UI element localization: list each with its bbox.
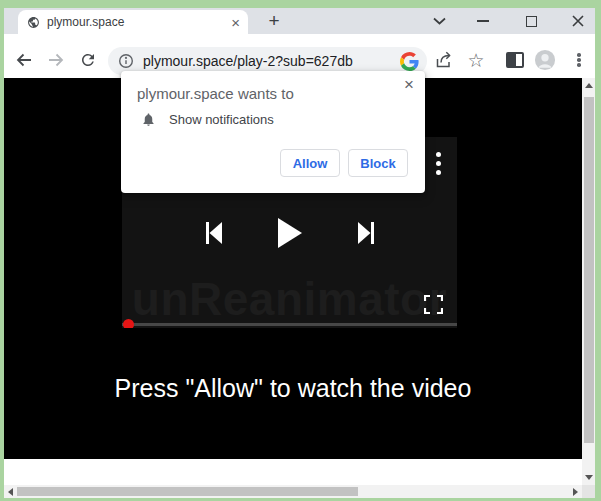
player-watermark: unReanimator: [122, 272, 457, 326]
previous-track-button[interactable]: [206, 222, 222, 244]
window-minimize-button[interactable]: [471, 8, 495, 34]
back-button[interactable]: [12, 48, 36, 72]
scroll-up-icon[interactable]: [585, 83, 593, 88]
player-progress-bar[interactable]: [122, 323, 457, 326]
popup-close-icon[interactable]: ×: [404, 76, 414, 93]
scroll-left-icon[interactable]: [8, 488, 13, 496]
bell-icon: [141, 112, 156, 127]
fullscreen-icon: [424, 295, 443, 314]
url-text[interactable]: plymour.space/play-2?sub=627db: [143, 53, 400, 69]
page-message: Press "Allow" to watch the video: [4, 374, 582, 403]
window-close-button[interactable]: [566, 8, 590, 34]
forward-button[interactable]: [44, 48, 68, 72]
player-progress-handle[interactable]: [123, 319, 134, 328]
scroll-down-icon[interactable]: [585, 475, 593, 480]
window-maximize-button[interactable]: [519, 8, 543, 34]
side-panel-icon: [506, 52, 524, 68]
back-arrow-icon: [15, 51, 33, 69]
block-button[interactable]: Block: [348, 149, 408, 177]
google-g-icon[interactable]: [400, 52, 419, 71]
notification-permission-popup: × plymour.space wants to Show notificati…: [121, 71, 425, 193]
permission-row: Show notifications: [141, 112, 274, 127]
reload-icon: [79, 51, 97, 69]
profile-button[interactable]: [533, 48, 557, 72]
player-controls: [122, 218, 457, 248]
page-bottom-strip: [4, 459, 582, 485]
fullscreen-button[interactable]: [424, 295, 443, 314]
menu-dots-icon: [577, 52, 581, 69]
play-icon: [278, 218, 302, 248]
allow-button[interactable]: Allow: [280, 149, 340, 177]
play-button[interactable]: [278, 218, 302, 248]
globe-favicon-icon: [27, 16, 40, 29]
next-track-button[interactable]: [358, 222, 374, 244]
permission-label: Show notifications: [169, 112, 274, 127]
previous-track-icon: [206, 222, 222, 244]
share-icon: [434, 50, 454, 70]
info-icon[interactable]: [118, 53, 134, 69]
browser-menu-button[interactable]: [567, 48, 591, 72]
forward-arrow-icon: [47, 51, 65, 69]
star-icon: ☆: [467, 51, 484, 70]
player-menu-icon[interactable]: [436, 148, 441, 179]
scroll-right-icon[interactable]: [573, 488, 578, 496]
vertical-scrollbar-thumb[interactable]: [584, 97, 594, 443]
maximize-icon: [526, 16, 537, 27]
browser-tab[interactable]: plymour.space ×: [18, 10, 248, 34]
reload-button[interactable]: [76, 48, 100, 72]
tab-close-icon[interactable]: ×: [231, 15, 240, 30]
scrollbar-corner: [582, 485, 595, 498]
tab-title: plymour.space: [47, 15, 231, 29]
window-close-icon: [572, 15, 584, 27]
share-button[interactable]: [432, 48, 456, 72]
window-chevron-button[interactable]: [427, 8, 451, 34]
avatar-icon: [534, 49, 556, 71]
chevron-down-icon: [433, 17, 446, 25]
minimize-icon: [477, 20, 489, 22]
horizontal-scrollbar-thumb[interactable]: [17, 487, 358, 496]
tab-strip: plymour.space × +: [4, 8, 595, 34]
bookmark-button[interactable]: ☆: [464, 48, 488, 72]
side-panel-button[interactable]: [503, 48, 527, 72]
next-track-icon: [358, 222, 374, 244]
popup-title: plymour.space wants to: [137, 85, 294, 102]
new-tab-button[interactable]: +: [260, 8, 288, 34]
